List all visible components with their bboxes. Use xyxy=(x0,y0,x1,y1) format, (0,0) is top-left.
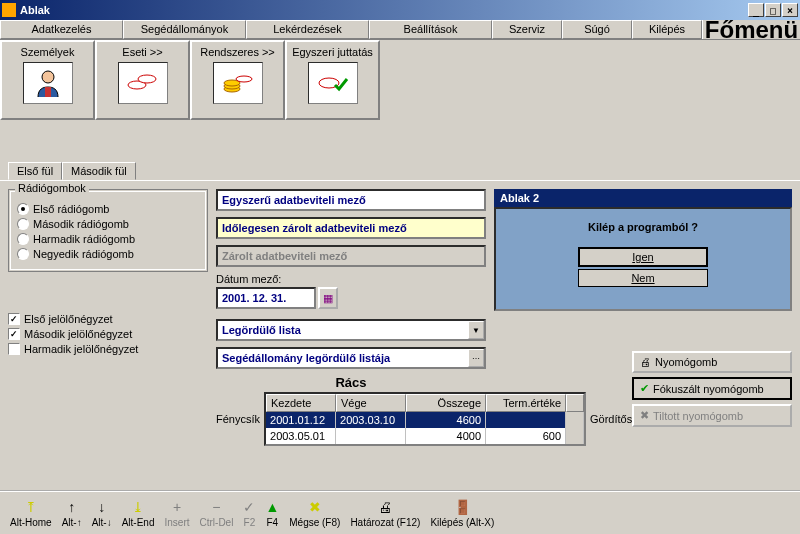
nav-insert: +Insert xyxy=(162,496,191,530)
triangle-up-icon: ▲ xyxy=(265,499,279,517)
person-icon xyxy=(23,62,73,104)
groupbox-title: Rádiógombok xyxy=(15,182,89,194)
end-bottom-icon: ⤓ xyxy=(132,499,144,517)
grid-header[interactable]: Kezdete xyxy=(266,394,336,412)
check-icon: ✔ xyxy=(640,382,649,395)
toolbar-rendszeres[interactable]: Rendszeres >> xyxy=(190,40,285,120)
nav-ctrldel: −Ctrl-Del xyxy=(198,496,236,530)
coin-stack-icon xyxy=(213,62,263,104)
page-title: Főmenü xyxy=(702,20,800,39)
calendar-icon: ▦ xyxy=(323,292,333,305)
grid-row-label: Fénycsík xyxy=(216,413,260,425)
menubar: Adatkezelés Segédállományok Lekérdezések… xyxy=(0,20,800,40)
toolbar-eseti[interactable]: Eseti >> xyxy=(95,40,190,120)
radio-label: Első rádiógomb xyxy=(33,203,109,215)
exit-door-icon: 🚪 xyxy=(454,499,471,517)
button-label: Tiltott nyomógomb xyxy=(653,410,743,422)
checkbox-3[interactable]: Harmadik jelölőnégyzet xyxy=(8,343,208,355)
combo-text: Legördülő lista xyxy=(218,321,468,339)
toolbar: Személyek Eseti >> Rendszeres >> Egyszer… xyxy=(0,40,800,120)
combo-lookup[interactable]: Segédállomány legördülő listája ⋯ xyxy=(216,347,486,369)
home-top-icon: ⤒ xyxy=(25,499,37,517)
yes-button[interactable]: Igen xyxy=(578,247,708,267)
menu-lekerdezesek[interactable]: Lekérdezések xyxy=(246,20,369,39)
grid-header[interactable]: Vége xyxy=(336,394,406,412)
plus-icon: + xyxy=(173,499,181,517)
radio-3[interactable]: Harmadik rádiógomb xyxy=(17,233,199,245)
radio-label: Harmadik rádiógomb xyxy=(33,233,135,245)
menu-beallitasok[interactable]: Beállítások xyxy=(369,20,492,39)
x-icon: ✖ xyxy=(309,499,321,517)
dialog-panel: Ablak 2 Kilép a programból ? Igen Nem xyxy=(494,189,792,311)
menu-segedallomanyok[interactable]: Segédállományok xyxy=(123,20,246,39)
checkbox-1[interactable]: ✓Első jelölőnégyzet xyxy=(8,313,208,325)
coins-icon xyxy=(118,62,168,104)
simple-input[interactable]: Egyszerű adatbeviteli mező xyxy=(216,189,486,211)
grid-header[interactable]: Összege xyxy=(406,394,486,412)
nav-f2: ✓F2 xyxy=(241,496,257,530)
nav-megse[interactable]: ✖Mégse (F8) xyxy=(287,496,342,530)
no-button[interactable]: Nem xyxy=(578,269,708,287)
date-label: Dátum mező: xyxy=(216,273,486,285)
templock-input[interactable]: Időlegesen zárolt adatbeviteli mező xyxy=(216,217,486,239)
toolbar-label: Rendszeres >> xyxy=(200,46,275,58)
push-button[interactable]: 🖨 Nyomógomb xyxy=(632,351,792,373)
svg-rect-1 xyxy=(45,87,51,97)
nav-f4[interactable]: ▲F4 xyxy=(263,496,281,530)
menu-szerviz[interactable]: Szerviz xyxy=(492,20,562,39)
tab-strip: Első fül Második fül xyxy=(8,162,800,180)
toolbar-egyszeri[interactable]: Egyszeri juttatás xyxy=(285,40,380,120)
dialog-title: Ablak 2 xyxy=(494,189,792,207)
check-label: Első jelölőnégyzet xyxy=(24,313,113,325)
check-label: Harmadik jelölőnégyzet xyxy=(24,343,138,355)
checkbox-2[interactable]: ✓Második jelölőnégyzet xyxy=(8,328,208,340)
bottom-toolbar: ⤒Alt-Home ↑Alt-↑ ↓Alt-↓ ⤓Alt-End +Insert… xyxy=(0,490,800,534)
check-label: Második jelölőnégyzet xyxy=(24,328,132,340)
nav-altup[interactable]: ↑Alt-↑ xyxy=(60,496,84,530)
radio-label: Második rádiógomb xyxy=(33,218,129,230)
menu-sugo[interactable]: Súgó xyxy=(562,20,632,39)
date-input[interactable]: 2001. 12. 31. xyxy=(216,287,316,309)
nav-altend[interactable]: ⤓Alt-End xyxy=(120,496,157,530)
dialog-question: Kilép a programból ? xyxy=(536,221,750,233)
radio-1[interactable]: Első rádiógomb xyxy=(17,203,199,215)
tab-second[interactable]: Második fül xyxy=(62,162,136,180)
menu-adatkezeles[interactable]: Adatkezelés xyxy=(0,20,123,39)
nav-althome[interactable]: ⤒Alt-Home xyxy=(8,496,54,530)
x-icon: ✖ xyxy=(640,409,649,422)
nav-altdown[interactable]: ↓Alt-↓ xyxy=(90,496,114,530)
svg-point-7 xyxy=(236,76,252,82)
combo-dropdown[interactable]: Legördülő lista ▼ xyxy=(216,319,486,341)
check-icon: ✓ xyxy=(243,499,255,517)
arrow-down-icon: ↓ xyxy=(98,499,105,517)
date-picker-button[interactable]: ▦ xyxy=(318,287,338,309)
button-label: Nyomógomb xyxy=(655,356,717,368)
nav-kilepes[interactable]: 🚪Kilépés (Alt-X) xyxy=(428,496,496,530)
chevron-down-icon[interactable]: ▼ xyxy=(468,321,484,339)
coin-check-icon xyxy=(308,62,358,104)
radio-group: Rádiógombok Első rádiógomb Második rádió… xyxy=(8,189,208,272)
printer-icon: 🖨 xyxy=(640,356,651,368)
svg-point-0 xyxy=(42,71,54,83)
svg-point-3 xyxy=(138,75,156,83)
radio-2[interactable]: Második rádiógomb xyxy=(17,218,199,230)
toolbar-label: Egyszeri juttatás xyxy=(292,46,373,58)
grid-title: Rács xyxy=(216,375,486,390)
toolbar-szemelyek[interactable]: Személyek xyxy=(0,40,95,120)
toolbar-label: Személyek xyxy=(21,46,75,58)
disabled-button: ✖ Tiltott nyomógomb xyxy=(632,404,792,427)
printer-icon: 🖨 xyxy=(378,499,392,517)
ellipsis-button[interactable]: ⋯ xyxy=(468,349,484,367)
arrow-up-icon: ↑ xyxy=(68,499,75,517)
radio-4[interactable]: Negyedik rádiógomb xyxy=(17,248,199,260)
minus-icon: − xyxy=(212,499,220,517)
combo-text: Segédállomány legördülő listája xyxy=(218,349,468,367)
menu-kilepes[interactable]: Kilépés xyxy=(632,20,702,39)
titlebar: Ablak _ □ × xyxy=(0,0,800,20)
radio-label: Negyedik rádiógomb xyxy=(33,248,134,260)
nav-hatarozat[interactable]: 🖨Határozat (F12) xyxy=(348,496,422,530)
tab-first[interactable]: Első fül xyxy=(8,162,62,180)
app-icon xyxy=(2,3,16,17)
focused-button[interactable]: ✔ Fókuszált nyomógomb xyxy=(632,377,792,400)
window-title: Ablak xyxy=(20,4,748,16)
